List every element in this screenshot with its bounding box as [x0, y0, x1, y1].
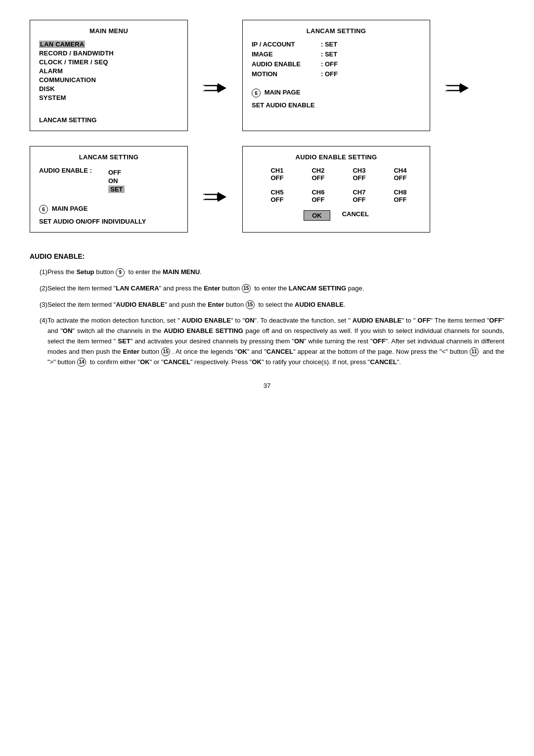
svg-rect-2	[203, 86, 205, 91]
instruction-1: (1) Press the Setup button 9 to enter th…	[30, 267, 504, 278]
option-on-label: ON	[108, 177, 118, 185]
top-arrow-1	[198, 20, 232, 131]
ch8-header-cell: CH8 OFF	[380, 189, 421, 203]
cancel-button[interactable]: CANCEL	[342, 210, 369, 221]
svg-rect-5	[445, 86, 447, 91]
menu-item-disk[interactable]: DISK	[39, 85, 178, 93]
ch4-value: OFF	[380, 174, 421, 182]
option-set-label: SET	[108, 186, 125, 193]
ch7-header-cell: CH7 OFF	[339, 189, 380, 203]
arrow-right-icon-3	[203, 189, 227, 204]
circle-15-icon-2: 15	[246, 300, 255, 309]
menu-item-record[interactable]: RECORD / BANDWIDTH	[39, 49, 178, 57]
menu-item-lan-camera[interactable]: LAN CAMERA	[39, 41, 178, 49]
instruction-4-num: (4)	[30, 316, 47, 367]
audio-enable-colon-label: AUDIO ENABLE :	[39, 167, 103, 174]
main-menu-title: MAIN MENU	[39, 27, 178, 35]
audio-enable-options-box: LANCAM SETTING AUDIO ENABLE : OFF ON SET…	[30, 146, 188, 233]
audio-enable-value: : OFF	[321, 60, 338, 68]
top-right-main-page: 6 MAIN PAGE	[252, 89, 421, 97]
option-set-row[interactable]: SET	[108, 186, 125, 193]
ch6-header: CH6	[298, 189, 339, 196]
audio-enable-setting-title: AUDIO ENABLE SETTING	[252, 153, 421, 161]
ch6-value: OFF	[298, 196, 339, 203]
main-menu-list: LAN CAMERA RECORD / BANDWIDTH CLOCK / TI…	[39, 41, 178, 101]
svg-rect-0	[204, 86, 218, 91]
main-menu-box: MAIN MENU LAN CAMERA RECORD / BANDWIDTH …	[30, 20, 188, 131]
circle-6-icon: 6	[252, 89, 261, 97]
instructions-section: AUDIO ENABLE: (1) Press the Setup button…	[30, 252, 504, 367]
ip-account-row: IP / ACCOUNT : SET	[252, 41, 421, 48]
audio-enable-row: AUDIO ENABLE : OFF	[252, 60, 421, 68]
ok-button[interactable]: OK	[304, 210, 330, 221]
audio-enable-box-title: LANCAM SETTING	[39, 153, 178, 161]
ch3-header: CH3	[339, 167, 380, 174]
instruction-2-num: (2)	[30, 284, 47, 294]
lancam-setting-title: LANCAM SETTING	[252, 27, 421, 35]
instruction-4: (4) To activate the motion detection fun…	[30, 316, 504, 367]
svg-marker-1	[218, 83, 226, 93]
audio-enable-label: AUDIO ENABLE	[252, 60, 321, 68]
menu-item-system[interactable]: SYSTEM	[39, 94, 178, 101]
ch2-header: CH2	[298, 167, 339, 174]
bottom-section: LANCAM SETTING AUDIO ENABLE : OFF ON SET…	[30, 146, 504, 233]
ip-account-value: : SET	[321, 41, 337, 48]
circle-6-icon-bl: 6	[39, 205, 48, 214]
ch4-header-cell: CH4 OFF	[380, 167, 421, 182]
audio-enable-setting-box: AUDIO ENABLE SETTING CH1 OFF CH2 OFF CH3…	[242, 146, 430, 233]
lancam-settings-table: IP / ACCOUNT : SET IMAGE : SET AUDIO ENA…	[252, 41, 421, 78]
ch5-value: OFF	[257, 196, 298, 203]
circle-9-icon: 9	[116, 268, 125, 277]
ip-account-label: IP / ACCOUNT	[252, 41, 321, 48]
set-audio-individually-label: SET AUDIO ON/OFF INDIVIDUALLY	[39, 218, 178, 225]
ch8-value: OFF	[380, 196, 421, 203]
instruction-2: (2) Select the item termed "LAN CAMERA" …	[30, 284, 504, 294]
motion-value: : OFF	[321, 70, 338, 78]
main-page-label-top: MAIN PAGE	[265, 89, 301, 96]
circle-11-icon: 11	[470, 347, 479, 356]
svg-marker-7	[218, 192, 226, 202]
lan-camera-label: LAN CAMERA	[39, 41, 85, 48]
ch2-value: OFF	[298, 174, 339, 182]
instruction-4-text: To activate the motion detection functio…	[47, 316, 504, 367]
circle-14-icon: 14	[77, 358, 86, 367]
circle-15-icon-1: 15	[242, 284, 251, 293]
menu-item-clock[interactable]: CLOCK / TIMER / SEQ	[39, 58, 178, 66]
arrow-right-icon	[203, 81, 227, 95]
instruction-3-num: (3)	[30, 300, 47, 310]
svg-marker-4	[460, 83, 469, 93]
option-off-row[interactable]: OFF	[108, 169, 125, 176]
instruction-1-num: (1)	[30, 267, 47, 278]
audio-enable-options-section: AUDIO ENABLE : OFF ON SET	[39, 167, 178, 194]
ch3-header-cell: CH3 OFF	[339, 167, 380, 182]
ch1-header: CH1	[257, 167, 298, 174]
instruction-1-text: Press the Setup button 9 to enter the MA…	[47, 267, 504, 278]
bottom-arrow-1	[198, 146, 232, 233]
top-arrow-2	[440, 20, 475, 131]
bottom-left-main-page: 6 MAIN PAGE	[39, 205, 178, 214]
main-page-label-bl: MAIN PAGE	[52, 205, 88, 212]
ok-cancel-row: OK CANCEL	[252, 210, 421, 221]
ch3-value: OFF	[339, 174, 380, 182]
audio-enable-option-list: OFF ON SET	[108, 169, 125, 194]
page-number: 37	[30, 382, 504, 389]
ch2-header-cell: CH2 OFF	[298, 167, 339, 182]
lancam-setting-box: LANCAM SETTING IP / ACCOUNT : SET IMAGE …	[242, 20, 430, 131]
instruction-3: (3) Select the item termed "AUDIO ENABLE…	[30, 300, 504, 310]
ch1-header-cell: CH1 OFF	[257, 167, 298, 182]
svg-rect-8	[203, 194, 205, 199]
image-row: IMAGE : SET	[252, 50, 421, 58]
svg-rect-6	[204, 194, 218, 199]
channels-grid-row2: CH5 OFF CH6 OFF CH7 OFF CH8 OFF	[257, 189, 421, 203]
ch6-header-cell: CH6 OFF	[298, 189, 339, 203]
circle-15-icon-3: 15	[161, 347, 170, 356]
channels-grid-row1: CH1 OFF CH2 OFF CH3 OFF CH4 OFF	[257, 167, 421, 182]
ch7-value: OFF	[339, 196, 380, 203]
instruction-2-text: Select the item termed "LAN CAMERA" and …	[47, 284, 504, 294]
arrow-right-icon-2	[445, 81, 470, 95]
ch8-header: CH8	[380, 189, 421, 196]
menu-item-alarm[interactable]: ALARM	[39, 67, 178, 75]
menu-item-communication[interactable]: COMMUNICATION	[39, 76, 178, 84]
image-value: : SET	[321, 50, 337, 58]
option-on-row[interactable]: ON	[108, 177, 125, 185]
